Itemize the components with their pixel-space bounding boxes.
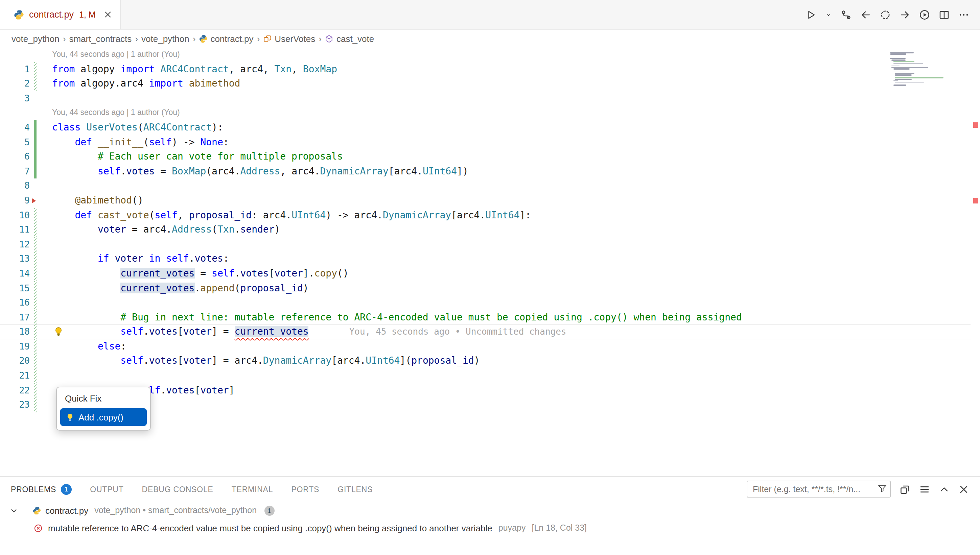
- code-token: votes: [149, 326, 178, 337]
- line-number[interactable]: 20: [0, 354, 30, 369]
- code-line-10[interactable]: 10 def cast_vote(self, proposal_id: arc4…: [0, 208, 970, 222]
- line-number[interactable]: [0, 47, 30, 62]
- line-number[interactable]: 14: [0, 266, 30, 281]
- line-number[interactable]: 8: [0, 179, 30, 193]
- code-line-18[interactable]: 18 self.votes[voter] = current_votesYou,…: [0, 325, 970, 339]
- code-token: .: [120, 165, 126, 176]
- line-number[interactable]: 2: [0, 76, 30, 91]
- tab-close-icon[interactable]: [104, 10, 112, 19]
- editor-tab-contract-py[interactable]: contract.py 1, M: [0, 0, 121, 29]
- line-number[interactable]: 11: [0, 222, 30, 237]
- quick-fix-add-copy-action[interactable]: Add .copy(): [60, 408, 147, 426]
- code-line-2[interactable]: 2from algopy.arc4 import abimethod: [0, 76, 970, 91]
- code-line-15[interactable]: 15 current_votes.append(proposal_id): [0, 281, 970, 295]
- code-token: algopy: [75, 63, 120, 74]
- line-number[interactable]: 10: [0, 208, 30, 222]
- line-number[interactable]: 1: [0, 62, 30, 76]
- breadcrumb-item-vote-python[interactable]: vote_python: [11, 34, 59, 43]
- panel-tab-output[interactable]: OUTPUT: [90, 476, 124, 502]
- code-line-17[interactable]: 17 # Bug in next line: mutable reference…: [0, 310, 970, 324]
- chevron-down-icon[interactable]: [10, 506, 18, 515]
- code-token: , arc4,: [229, 63, 275, 74]
- git-gutter-striped-decoration: [34, 76, 36, 91]
- breadcrumb-item-contract-py[interactable]: contract.py: [199, 34, 253, 43]
- panel-tab-label: GITLENS: [337, 485, 373, 493]
- code-text: current_votes = self.votes[voter].copy(): [52, 266, 349, 281]
- code-line-21[interactable]: 21: [0, 369, 970, 383]
- breadcrumb-separator-icon: ›: [135, 34, 138, 43]
- filter-icon: [878, 484, 887, 493]
- code-line-4[interactable]: 4class UserVotes(ARC4Contract):: [0, 120, 970, 135]
- line-number[interactable]: 5: [0, 135, 30, 149]
- compare-changes-icon[interactable]: [880, 9, 891, 20]
- line-number[interactable]: 7: [0, 164, 30, 179]
- breadcrumb-item-smart-contracts[interactable]: smart_contracts: [69, 34, 132, 43]
- run-icon[interactable]: [805, 9, 816, 20]
- line-number[interactable]: 6: [0, 149, 30, 164]
- panel-tab-problems[interactable]: PROBLEMS1: [11, 476, 72, 502]
- navigate-back-icon[interactable]: [860, 9, 871, 20]
- code-line-19[interactable]: 19 else:: [0, 339, 970, 354]
- code-line-6[interactable]: 6 # Each user can vote for multiple prop…: [0, 149, 970, 164]
- code-line-8[interactable]: 8: [0, 179, 970, 193]
- line-number[interactable]: 17: [0, 310, 30, 324]
- line-number[interactable]: 21: [0, 369, 30, 383]
- problems-file-count-badge: 1: [264, 505, 274, 515]
- code-line-11[interactable]: 11 voter = arc4.Address(Txn.sender): [0, 222, 970, 237]
- panel-tab-ports[interactable]: PORTS: [291, 476, 319, 502]
- line-number[interactable]: 9: [0, 193, 30, 208]
- breadcrumb-item-cast-vote[interactable]: cast_vote: [325, 34, 374, 43]
- collapse-all-icon[interactable]: [900, 484, 910, 494]
- code-line-12[interactable]: 12: [0, 237, 970, 252]
- code-token: [52, 355, 120, 366]
- line-number[interactable]: 12: [0, 237, 30, 252]
- line-number[interactable]: 15: [0, 281, 30, 295]
- code-line-5[interactable]: 5 def __init__(self) -> None:: [0, 135, 970, 149]
- minimap[interactable]: [890, 51, 948, 88]
- breadcrumb-item-vote-python[interactable]: vote_python: [141, 34, 190, 43]
- blame-annotation-row[interactable]: You, 44 seconds ago | 1 author (You): [0, 47, 970, 62]
- line-number[interactable]: [0, 106, 30, 120]
- line-number[interactable]: 16: [0, 295, 30, 310]
- breadcrumb-item-uservotes[interactable]: UserVotes: [263, 34, 315, 43]
- run-circle-icon[interactable]: [919, 9, 930, 20]
- code-line-3[interactable]: 3: [0, 91, 970, 106]
- code-editor[interactable]: You, 44 seconds ago | 1 author (You)1fro…: [0, 47, 980, 476]
- line-number[interactable]: 23: [0, 398, 30, 412]
- code-line-7[interactable]: 7 self.votes = BoxMap(arc4.Address, arc4…: [0, 164, 970, 179]
- code-line-9[interactable]: 9 @abimethod(): [0, 193, 970, 208]
- more-actions-icon[interactable]: [958, 9, 969, 20]
- problems-filter-input[interactable]: [747, 481, 891, 497]
- code-token: sender: [240, 224, 274, 234]
- close-panel-icon[interactable]: [958, 484, 969, 494]
- line-number[interactable]: 13: [0, 252, 30, 266]
- line-number[interactable]: 3: [0, 91, 30, 106]
- split-editor-icon[interactable]: [939, 9, 949, 20]
- line-number[interactable]: 22: [0, 383, 30, 398]
- view-as-table-icon[interactable]: [919, 484, 930, 494]
- code-token: [109, 253, 115, 264]
- problems-file-row[interactable]: contract.py vote_python • smart_contract…: [0, 502, 980, 519]
- maximize-panel-icon[interactable]: [939, 484, 949, 494]
- dropdown-icon[interactable]: [825, 11, 832, 18]
- code-line-20[interactable]: 20 self.votes[voter] = arc4.DynamicArray…: [0, 354, 970, 369]
- python-icon: [13, 9, 24, 20]
- line-number[interactable]: 4: [0, 120, 30, 135]
- code-line-1[interactable]: 1from algopy import ARC4Contract, arc4, …: [0, 62, 970, 76]
- line-number[interactable]: 19: [0, 339, 30, 354]
- blame-annotation-row[interactable]: You, 44 seconds ago | 1 author (You): [0, 106, 970, 120]
- code-line-16[interactable]: 16: [0, 295, 970, 310]
- lightbulb-icon[interactable]: [53, 327, 64, 337]
- code-line-14[interactable]: 14 current_votes = self.votes[voter].cop…: [0, 266, 970, 281]
- code-line-13[interactable]: 13 if voter in self.votes:: [0, 252, 970, 266]
- panel-tab-debug-console[interactable]: DEBUG CONSOLE: [142, 476, 214, 502]
- source-control-graph-icon[interactable]: [841, 9, 851, 20]
- code-token: [154, 63, 160, 74]
- problems-error-row[interactable]: mutable reference to ARC-4-encoded value…: [0, 519, 980, 537]
- navigate-forward-icon[interactable]: [900, 9, 910, 20]
- panel-tab-terminal[interactable]: TERMINAL: [231, 476, 273, 502]
- line-number[interactable]: 18: [0, 325, 30, 339]
- code-token: [: [178, 326, 183, 337]
- panel-tab-gitlens[interactable]: GITLENS: [337, 476, 373, 502]
- overview-ruler[interactable]: [970, 47, 980, 476]
